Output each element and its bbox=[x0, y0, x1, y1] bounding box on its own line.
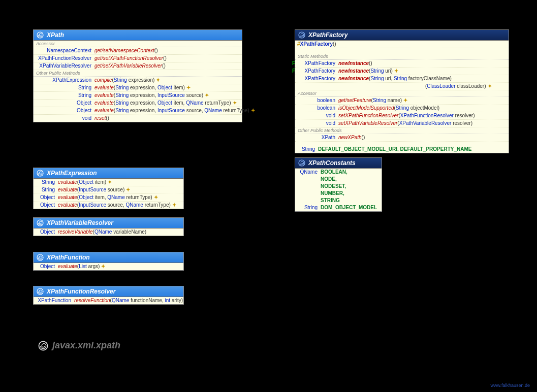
method-row: Objectevaluate (InputSource source, QNam… bbox=[34, 202, 183, 209]
method-row: Stringevaluate (InputSource source)✦ bbox=[34, 186, 183, 194]
footer-credit: www.falkhausen.de bbox=[490, 383, 530, 388]
class-body: Objectevaluate (List args)✦ bbox=[34, 263, 183, 270]
class-header: XPathExpression bbox=[34, 168, 183, 179]
method-row: XPathFactorynewInstance (String uri, Str… bbox=[295, 75, 509, 83]
method-row: Objectevaluate (String expression, Input… bbox=[34, 107, 242, 115]
constant-row: NUMBER, bbox=[295, 190, 382, 197]
constructor-row: # XPathFactory () bbox=[295, 41, 509, 48]
constant-row: StringDOM_OBJECT_MODEL bbox=[295, 204, 382, 211]
class-title: XPath bbox=[47, 31, 64, 39]
class-xpath: XPath AccessorNamespaceContextget/setNam… bbox=[33, 29, 242, 122]
spiral-icon bbox=[37, 219, 44, 226]
class-xpath-variable-resolver: XPathVariableResolver ObjectresolveVaria… bbox=[33, 217, 184, 236]
section-label: Other Public Methods bbox=[295, 127, 509, 134]
constant-row: QNameBOOLEAN, bbox=[295, 169, 382, 176]
method-row: Objectevaluate (String expression, Objec… bbox=[34, 100, 242, 107]
method-row: ObjectresolveVariable (QName variableNam… bbox=[34, 228, 183, 236]
constant-row: STRING bbox=[295, 197, 382, 204]
method-row: XPathVariableResolverget/setXPathVariabl… bbox=[34, 62, 242, 70]
class-header: XPathVariableResolver bbox=[34, 218, 183, 228]
class-body: XPathFunctionresolveFunction (QName func… bbox=[34, 297, 183, 304]
class-xpath-factory: XPathFactory # XPathFactory ()Static Met… bbox=[295, 29, 509, 153]
constants-row: StringDEFAULT_OBJECT_MODEL_URI, DEFAULT_… bbox=[295, 146, 509, 153]
class-title: XPathExpression bbox=[47, 170, 97, 177]
class-title: XPathFactory bbox=[308, 31, 348, 39]
method-row: FXPathFactorynewInstance () bbox=[295, 60, 509, 68]
method-row: XPathFunctionResolverget/setXPathFunctio… bbox=[34, 55, 242, 62]
method-row: XPathExpressioncompile (String expressio… bbox=[34, 77, 242, 84]
class-header: XPathFunction bbox=[34, 252, 183, 263]
method-row: booleanget/setFeature (String name)✦ bbox=[295, 97, 509, 105]
section-label: Accessor bbox=[295, 90, 509, 97]
class-body: Stringevaluate (Object item)✦Stringevalu… bbox=[34, 179, 183, 209]
method-row: (ClassLoader classLoader)✦ bbox=[295, 83, 509, 90]
constant-row: NODE, bbox=[295, 176, 382, 183]
spiral-icon bbox=[38, 341, 48, 351]
class-header: XPathFactory bbox=[295, 30, 509, 41]
spiral-icon bbox=[37, 254, 44, 261]
spiral-icon bbox=[298, 31, 305, 39]
class-body: ObjectresolveVariable (QName variableNam… bbox=[34, 228, 183, 236]
spiral-icon bbox=[298, 159, 305, 167]
method-row: Objectevaluate (List args)✦ bbox=[34, 263, 183, 270]
class-body: QNameBOOLEAN,NODE,NODESET,NUMBER,STRINGS… bbox=[295, 169, 382, 211]
method-row: voidreset () bbox=[34, 115, 242, 122]
class-title: XPathFunction bbox=[47, 254, 90, 261]
class-title: XPathVariableResolver bbox=[47, 219, 113, 226]
class-title: XPathFunctionResolver bbox=[47, 288, 115, 295]
class-header: XPathConstants bbox=[295, 158, 382, 169]
section-label: Accessor bbox=[34, 41, 242, 47]
method-row: XPathnewXPath () bbox=[295, 134, 509, 142]
class-header: XPath bbox=[34, 30, 242, 41]
package-title: javax.xml.xpath bbox=[38, 340, 120, 351]
method-row: booleanisObjectModelSupported (String ob… bbox=[295, 105, 509, 112]
class-header: XPathFunctionResolver bbox=[34, 286, 183, 297]
class-xpath-constants: XPathConstants QNameBOOLEAN,NODE,NODESET… bbox=[295, 157, 382, 212]
package-name: javax.xml.xpath bbox=[52, 340, 120, 351]
method-row: Stringevaluate (Object item)✦ bbox=[34, 179, 183, 186]
method-row: voidsetXPathVariableResolver (XPathVaria… bbox=[295, 120, 509, 127]
method-row: XPathFunctionresolveFunction (QName func… bbox=[34, 297, 183, 304]
class-body: AccessorNamespaceContextget/setNamespace… bbox=[34, 41, 242, 122]
method-row: Objectevaluate (Object item, QName retur… bbox=[34, 194, 183, 202]
class-xpath-function-resolver: XPathFunctionResolver XPathFunctionresol… bbox=[33, 286, 184, 305]
spiral-icon bbox=[37, 288, 44, 295]
method-row: Stringevaluate (String expression, Objec… bbox=[34, 84, 242, 92]
method-row: NamespaceContextget/setNamespaceContext … bbox=[34, 47, 242, 55]
method-row: voidsetXPathFunctionResolver (XPathFunct… bbox=[295, 112, 509, 120]
constant-row: NODESET, bbox=[295, 183, 382, 190]
spiral-icon bbox=[37, 170, 44, 177]
class-xpath-function: XPathFunction Objectevaluate (List args)… bbox=[33, 252, 184, 271]
spiral-icon bbox=[37, 31, 44, 39]
class-xpath-expression: XPathExpression Stringevaluate (Object i… bbox=[33, 168, 184, 209]
method-row: FXPathFactorynewInstance (String uri)✦ bbox=[295, 68, 509, 75]
class-body: # XPathFactory ()Static MethodsFXPathFac… bbox=[295, 41, 509, 153]
section-label: Static Methods bbox=[295, 53, 509, 60]
section-label: Other Public Methods bbox=[34, 70, 242, 77]
method-row: Stringevaluate (String expression, Input… bbox=[34, 92, 242, 100]
class-title: XPathConstants bbox=[308, 159, 356, 167]
